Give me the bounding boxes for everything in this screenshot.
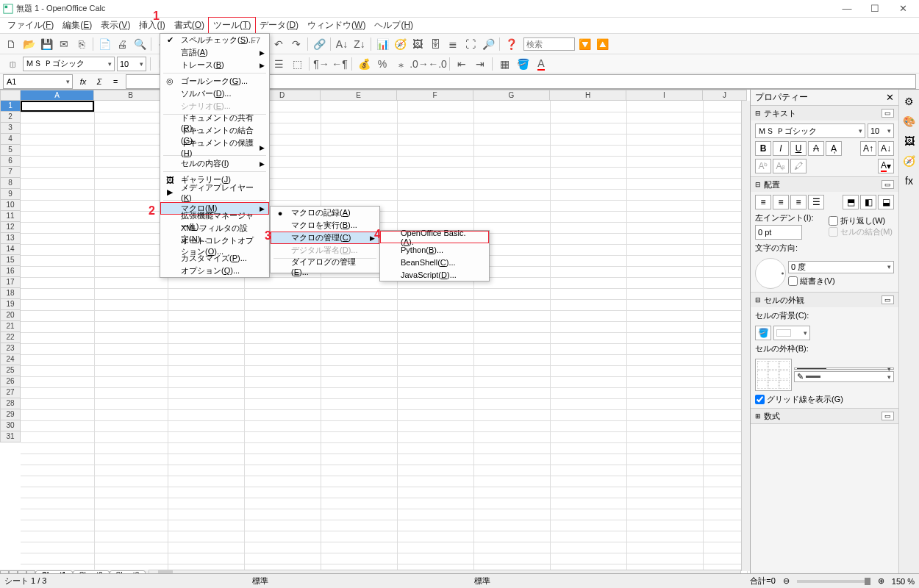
- manage-menu-item-0[interactable]: OpenOffice Basic.(A).: [380, 231, 489, 243]
- tools-menu-item-0[interactable]: ✔スペルチェック(S)...F7: [160, 34, 269, 46]
- row-header-30[interactable]: 30: [0, 420, 21, 431]
- macro-menu-item-0[interactable]: ●マクロの記録(A): [271, 207, 379, 219]
- section-text[interactable]: ⊟テキスト▭: [751, 106, 898, 121]
- row-header-9[interactable]: 9: [0, 189, 21, 200]
- row-header-17[interactable]: 17: [0, 277, 21, 288]
- col-header-A[interactable]: A: [21, 90, 94, 101]
- sb-shrink-icon[interactable]: A↓: [878, 141, 894, 156]
- macro-menu-item-1[interactable]: マクロを実行(B)...: [271, 219, 379, 232]
- chart-icon[interactable]: 📊: [374, 36, 390, 52]
- tools-menu-item-4[interactable]: ◎ゴールシーク(G)...: [160, 75, 269, 87]
- find-next-icon[interactable]: 🔽: [576, 36, 593, 52]
- sb-hright-icon[interactable]: ≡: [790, 195, 807, 209]
- row-header-14[interactable]: 14: [0, 244, 21, 255]
- sidebar-font-select[interactable]: ＭＳ Ｐゴシック: [755, 123, 865, 138]
- row-header-24[interactable]: 24: [0, 354, 21, 365]
- bgcolor-icon[interactable]: 🪣: [515, 56, 531, 72]
- menu-data[interactable]: データ(D): [255, 18, 303, 33]
- font-name-select[interactable]: ＭＳ Ｐゴシック: [23, 57, 115, 71]
- fontcolor-icon[interactable]: A: [533, 56, 549, 72]
- manage-menu-item-3[interactable]: JavaScript(D)...: [380, 268, 489, 281]
- sb-super-icon[interactable]: Aᵇ: [755, 159, 771, 173]
- sidebar-fontsize-select[interactable]: 10: [868, 123, 894, 138]
- menu-window[interactable]: ウィンドウ(W): [303, 18, 370, 33]
- vertical-checkbox[interactable]: 縦書き(V): [788, 276, 894, 287]
- fullscreen-icon[interactable]: ⛶: [462, 36, 479, 52]
- row-header-2[interactable]: 2: [0, 112, 21, 123]
- menu-help[interactable]: ヘルプ(H): [370, 18, 418, 33]
- save-icon[interactable]: 💾: [38, 36, 54, 52]
- search-input[interactable]: [523, 37, 575, 51]
- fx-wizard-icon[interactable]: fx: [76, 75, 90, 88]
- row-header-28[interactable]: 28: [0, 398, 21, 409]
- row-header-18[interactable]: 18: [0, 288, 21, 299]
- section-formula[interactable]: ⊞数式▭: [751, 409, 898, 423]
- tools-menu-item-2[interactable]: トレース(B)▶: [160, 59, 269, 71]
- minimize-button[interactable]: ―: [834, 1, 860, 16]
- tools-menu-item-20[interactable]: オートコレクトオプション(O)...: [160, 240, 269, 252]
- row-header-29[interactable]: 29: [0, 409, 21, 420]
- redo-icon[interactable]: ↷: [288, 36, 304, 52]
- row-header-25[interactable]: 25: [0, 365, 21, 376]
- percent-icon[interactable]: %: [374, 56, 390, 72]
- bg-color-icon[interactable]: 🪣: [755, 326, 771, 340]
- sidetab-functions-icon[interactable]: fx: [901, 172, 918, 190]
- borders-icon[interactable]: ▦: [496, 56, 512, 72]
- print-icon[interactable]: 🖨: [114, 36, 130, 52]
- row-header-15[interactable]: 15: [0, 255, 21, 266]
- rotation-dial[interactable]: [755, 258, 786, 289]
- row-header-11[interactable]: 11: [0, 211, 21, 222]
- tools-menu-item-5[interactable]: ソルバー(D)...: [160, 87, 269, 100]
- tools-menu-item-1[interactable]: 言語(A)▶: [160, 46, 269, 59]
- sb-highlight-icon[interactable]: 🖍: [790, 159, 807, 173]
- sb-hleft-icon[interactable]: ≡: [755, 195, 771, 209]
- indent-spinner[interactable]: 0 pt: [755, 225, 802, 240]
- row-header-19[interactable]: 19: [0, 299, 21, 310]
- sidetab-styles-icon[interactable]: 🎨: [901, 112, 918, 130]
- sum-icon[interactable]: Σ: [92, 75, 107, 88]
- currency-icon[interactable]: 💰: [356, 56, 372, 72]
- macro-menu-item-5[interactable]: ダイアログの管理(E)...: [271, 260, 379, 273]
- active-cell[interactable]: [21, 101, 94, 112]
- sb-hjust-icon[interactable]: ☰: [808, 195, 824, 209]
- datasource-icon[interactable]: 🗄: [427, 36, 443, 52]
- row-header-20[interactable]: 20: [0, 310, 21, 321]
- section-appearance[interactable]: ⊟セルの外観▭: [751, 293, 898, 307]
- col-header-E[interactable]: E: [321, 90, 397, 101]
- menu-tools[interactable]: ツール(T): [209, 18, 255, 33]
- row-header-4[interactable]: 4: [0, 134, 21, 145]
- sb-sub-icon[interactable]: Aᵦ: [773, 159, 789, 173]
- menu-edit[interactable]: 編集(E): [58, 18, 96, 33]
- gallery-icon[interactable]: 🖼: [410, 36, 426, 52]
- bg-color-select[interactable]: [773, 326, 810, 340]
- border-style-select[interactable]: [794, 368, 894, 370]
- row-header-23[interactable]: 23: [0, 343, 21, 354]
- row-header-27[interactable]: 27: [0, 387, 21, 398]
- tools-menu-item-21[interactable]: カスタマイズ(P)...: [160, 252, 269, 265]
- merge-checkbox[interactable]: セルの結合(M): [829, 226, 895, 237]
- menu-view[interactable]: 表示(V): [96, 18, 135, 33]
- sb-italic-icon[interactable]: I: [773, 141, 789, 156]
- row-header-6[interactable]: 6: [0, 156, 21, 167]
- border-color-select[interactable]: ✎: [794, 371, 894, 382]
- select-all-corner[interactable]: [0, 90, 21, 101]
- new-icon[interactable]: 🗋: [3, 36, 19, 52]
- gridlines-checkbox[interactable]: グリッド線を表示(G): [755, 394, 894, 405]
- link-icon[interactable]: 🔗: [311, 36, 327, 52]
- row-header-1[interactable]: 1: [0, 101, 21, 112]
- del-decimal-icon[interactable]: ←.0: [429, 56, 446, 72]
- sb-grow-icon[interactable]: A↑: [860, 141, 876, 156]
- sidetab-properties-icon[interactable]: ⚙: [901, 93, 918, 110]
- tools-menu-item-10[interactable]: ドキュメントの保護(H)▶: [160, 141, 269, 154]
- col-header-I[interactable]: I: [626, 90, 703, 101]
- decrease-indent-icon[interactable]: ⇤: [454, 56, 470, 72]
- row-header-3[interactable]: 3: [0, 123, 21, 134]
- increase-indent-icon[interactable]: ⇥: [472, 56, 488, 72]
- sidetab-navigator-icon[interactable]: 🧭: [901, 152, 918, 170]
- open-icon[interactable]: 📂: [21, 36, 37, 52]
- menu-file[interactable]: ファイル(F): [3, 18, 58, 33]
- row-header-31[interactable]: 31: [0, 431, 21, 442]
- row-header-13[interactable]: 13: [0, 233, 21, 244]
- close-button[interactable]: ✕: [890, 1, 916, 16]
- sort-asc-icon[interactable]: A↓: [334, 36, 350, 52]
